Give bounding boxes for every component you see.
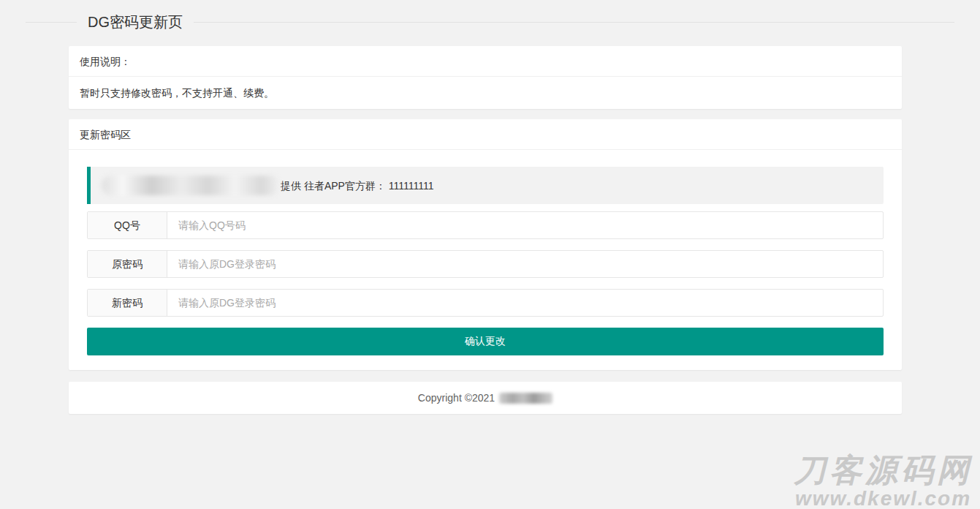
page-title-divider: DG密码更新页	[26, 12, 954, 32]
update-password-card: 更新密码区 提供 往者APP官方群： 111111111 QQ号 原密码 新密码…	[69, 119, 902, 370]
instructions-card: 使用说明： 暂时只支持修改密码，不支持开通、续费。	[69, 46, 902, 109]
watermark-url-text: www.dkewl.com	[794, 488, 973, 509]
notice-text: 提供 往者APP官方群： 111111111	[281, 177, 434, 195]
footer: Copyright ©2021	[69, 382, 902, 414]
new-password-input[interactable]	[167, 290, 883, 316]
old-password-label: 原密码	[88, 251, 167, 277]
notice-bar: 提供 往者APP官方群： 111111111	[87, 167, 884, 204]
old-password-row: 原密码	[87, 250, 884, 278]
new-password-row: 新密码	[87, 289, 884, 317]
instructions-card-header: 使用说明：	[69, 46, 902, 77]
page-title: DG密码更新页	[77, 12, 194, 32]
redacted-text-blur	[102, 176, 279, 195]
qq-number-label: QQ号	[88, 212, 167, 238]
update-password-form: 提供 往者APP官方群： 111111111 QQ号 原密码 新密码 确认更改	[69, 150, 902, 370]
redacted-copyright-blur	[499, 393, 552, 404]
update-password-card-header: 更新密码区	[69, 119, 902, 150]
new-password-label: 新密码	[88, 290, 167, 316]
instructions-card-body: 暂时只支持修改密码，不支持开通、续费。	[69, 77, 902, 109]
site-watermark: 刀客源码网 www.dkewl.com	[794, 453, 973, 509]
watermark-chinese-text: 刀客源码网	[794, 453, 973, 487]
old-password-input[interactable]	[167, 251, 883, 277]
qq-number-input[interactable]	[167, 212, 883, 238]
confirm-change-button[interactable]: 确认更改	[87, 328, 884, 355]
copyright-text: Copyright ©2021	[418, 392, 495, 404]
qq-number-row: QQ号	[87, 211, 884, 239]
